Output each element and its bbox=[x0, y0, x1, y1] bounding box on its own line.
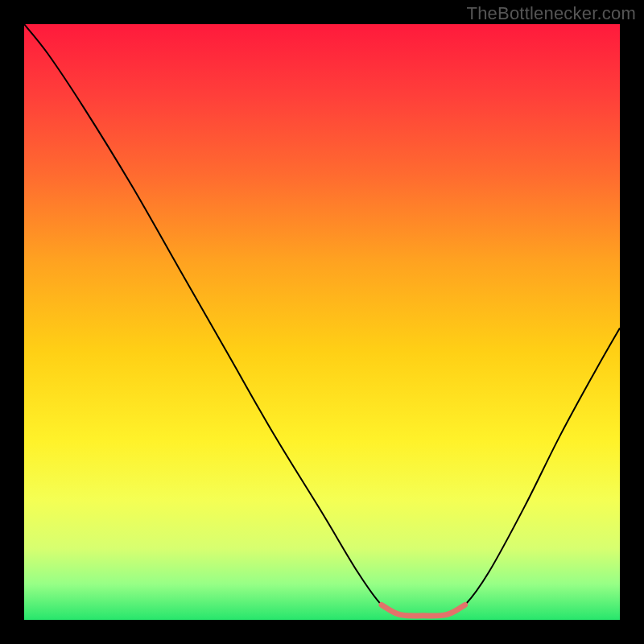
plot-area bbox=[24, 24, 620, 620]
chart-frame: TheBottlenecker.com bbox=[0, 0, 644, 644]
gradient-background bbox=[24, 24, 620, 620]
watermark-text: TheBottlenecker.com bbox=[467, 3, 636, 24]
chart-svg bbox=[24, 24, 620, 620]
